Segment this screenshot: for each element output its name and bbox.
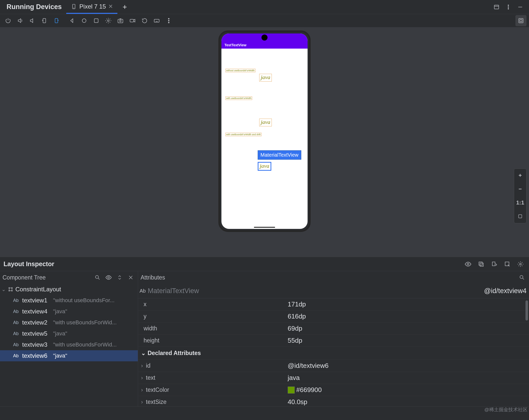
visibility-button[interactable] [463,259,473,269]
tree-search-button[interactable] [93,273,102,282]
zoom-1-1-button[interactable]: 1:1 [514,196,526,209]
snapshot-button[interactable] [476,259,486,269]
tree-close-button[interactable] [126,273,135,282]
textview6[interactable]: java [258,162,271,171]
zoom-fit-button[interactable] [514,209,526,223]
text-icon: Ab [140,288,146,294]
tree-item-textview4[interactable]: Abtextview4 "java" [0,306,138,317]
textview1[interactable]: without useBoundsForWidth [225,69,255,72]
tree-item-textview1[interactable]: Abtextview1 "without useBoundsFor... [0,295,138,306]
inspector-settings-button[interactable] [515,259,525,269]
svg-point-33 [95,275,98,278]
textview3[interactable]: with useBoundsForWidth and shift [225,133,261,136]
reload-button[interactable] [139,15,150,26]
export-button[interactable] [489,259,499,269]
tree-root[interactable]: ⌄ ConstraintLayout [0,284,138,295]
svg-rect-28 [479,262,482,265]
minimize-icon[interactable] [517,4,523,10]
svg-point-40 [9,290,10,291]
textview2[interactable]: with useBoundsForWidth [225,96,252,100]
attrs-search-button[interactable] [517,273,526,282]
camera-notch [261,34,268,41]
svg-rect-25 [520,20,522,22]
more-vert-icon[interactable] [505,4,511,10]
tab-pixel-7-15[interactable]: Pixel 7 15 ✕ [66,0,117,14]
deep-inspect-button[interactable] [502,259,512,269]
tree-visibility-button[interactable] [104,273,113,282]
statusbar [0,406,529,420]
attrs-panel-header: Attributes [138,271,529,284]
svg-rect-30 [492,262,495,266]
keyboard-button[interactable] [151,15,162,26]
textview4[interactable]: java [259,74,272,82]
svg-point-21 [168,18,169,19]
svg-point-39 [12,288,13,289]
device-icon [71,4,77,10]
attr-row-text[interactable]: textjava [138,372,529,384]
tab-bar: Running Devices Pixel 7 15 ✕ + [0,0,529,14]
preview-area: TestTextView without useBoundsForWidth j… [0,27,529,257]
tab-label: Pixel 7 15 [79,3,106,10]
attr-row-id[interactable]: id@id/textview6 [138,360,529,372]
textview5[interactable]: java [259,119,272,126]
settings-button[interactable] [103,15,114,26]
layout-inspector-toggle[interactable] [515,15,526,26]
svg-rect-16 [154,19,159,22]
tree-panel-header: Component Tree [0,271,138,284]
zoom-panel: + − 1:1 [514,168,526,223]
svg-point-10 [82,19,86,22]
volume-down-button[interactable] [27,15,38,26]
close-icon[interactable]: ✕ [108,3,113,10]
svg-point-32 [520,263,521,265]
svg-line-47 [523,278,524,279]
phone-screen[interactable]: TestTextView without useBoundsForWidth j… [221,33,308,229]
svg-line-34 [98,278,100,279]
selection-tooltip: MaterialTextView [258,150,301,160]
svg-rect-29 [480,263,483,266]
tree-item-textview2[interactable]: Abtextview2 "with useBoundsForWid... [0,317,138,328]
attr-row-x[interactable]: x171dp [138,298,529,310]
zoom-out-button[interactable]: − [514,182,526,196]
svg-point-46 [520,275,523,278]
home-button[interactable] [79,15,90,26]
attributes-list[interactable]: x171dp y616dp width69dp height55dp Decla… [138,298,529,406]
more-actions-button[interactable] [163,15,174,26]
attrs-panel-title: Attributes [141,274,165,281]
inspector-header: Layout Inspector [0,257,529,271]
tree-item-textview5[interactable]: Abtextview5 "java" [0,328,138,339]
svg-rect-24 [519,18,523,23]
add-tab-button[interactable]: + [117,3,132,11]
power-button[interactable] [3,15,14,26]
tree-panel-title: Component Tree [3,274,46,281]
component-tree[interactable]: ⌄ ConstraintLayout Abtextview1 "without … [0,284,138,406]
attr-section-declared[interactable]: Declared Attributes [138,347,529,360]
back-button[interactable] [67,15,78,26]
svg-rect-11 [94,19,98,22]
svg-rect-15 [130,19,134,22]
inspector-body: Component Tree ⌄ ConstraintLayout Abtext… [0,271,529,406]
attr-row-textcolor[interactable]: textColor#669900 [138,384,529,396]
zoom-in-button[interactable]: + [514,169,526,182]
tree-item-textview6[interactable]: Abtextview6 "java" [0,350,138,361]
window-icon[interactable] [493,4,500,10]
svg-point-41 [12,290,13,291]
svg-point-38 [9,288,10,289]
inspector-title: Layout Inspector [4,260,54,268]
volume-up-button[interactable] [15,15,26,26]
rotate-left-button[interactable] [39,15,50,26]
layout-icon [8,287,13,292]
screenshot-button[interactable] [115,15,126,26]
attr-row-height[interactable]: height55dp [138,335,529,347]
attr-row-textsize[interactable]: textSize40.0sp [138,396,529,406]
tree-item-textview3[interactable]: Abtextview3 "with useBoundsForWid... [0,339,138,350]
watermark: @稀土掘金技术社区 [484,406,527,413]
attr-row-y[interactable]: y616dp [138,310,529,323]
attr-row-width[interactable]: width69dp [138,323,529,335]
scrollbar-thumb[interactable] [525,300,528,321]
rotate-right-button[interactable] [51,15,62,26]
record-button[interactable] [127,15,138,26]
overview-button[interactable] [91,15,102,26]
attrs-type-name: MaterialTextView [148,287,199,295]
tree-expand-button[interactable] [115,273,124,282]
svg-point-6 [508,8,509,9]
